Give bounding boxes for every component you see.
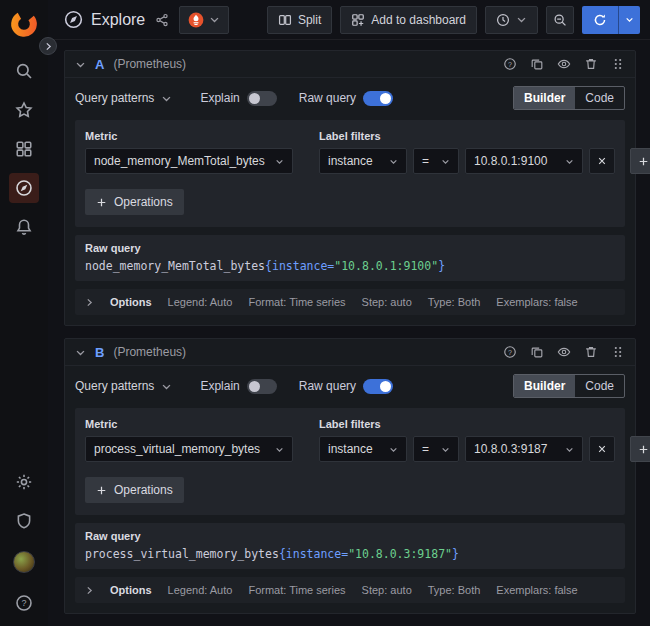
remove-filter-button[interactable] <box>589 148 615 174</box>
query-help-icon[interactable]: ? <box>503 345 517 359</box>
code-mode-button[interactable]: Code <box>575 87 624 109</box>
time-range-picker[interactable] <box>485 6 538 34</box>
filter-label-value: instance <box>328 154 373 168</box>
filter-label-select[interactable]: instance <box>319 436 407 462</box>
copy-query-icon[interactable] <box>530 57 544 71</box>
disable-query-eye-icon[interactable] <box>557 57 571 71</box>
raw-brace-close: } <box>452 547 459 561</box>
explain-toggle[interactable] <box>247 91 277 106</box>
builder-mode-button[interactable]: Builder <box>514 375 575 397</box>
run-query-interval-dropdown[interactable] <box>618 6 640 34</box>
query-patterns-dropdown[interactable]: Query patterns <box>75 379 178 393</box>
zoom-out-time-button[interactable] <box>546 6 574 34</box>
drag-handle-icon[interactable] <box>611 345 625 359</box>
sidebar-item-configuration[interactable] <box>15 473 33 491</box>
operations-label: Operations <box>114 483 173 497</box>
query-editor-a: A (Prometheus) ? <box>64 50 636 326</box>
raw-metric: process_virtual_memory_bytes <box>85 547 279 561</box>
filter-value-select[interactable]: 10.8.0.1:9100 <box>465 148 583 174</box>
query-ref-id[interactable]: B <box>95 345 104 360</box>
disable-query-eye-icon[interactable] <box>557 345 571 359</box>
drag-handle-icon[interactable] <box>611 57 625 71</box>
chevron-down-icon <box>441 445 450 454</box>
add-operation-button[interactable]: Operations <box>85 189 184 215</box>
sidebar-item-explore[interactable] <box>9 173 39 203</box>
sidebar-nav-top <box>9 62 39 236</box>
compass-icon <box>15 179 33 197</box>
query-options-row[interactable]: Options Legend: Auto Format: Time series… <box>75 289 625 315</box>
sidebar-item-starred[interactable] <box>15 101 33 119</box>
options-format: Format: Time series <box>248 296 345 308</box>
clock-icon <box>496 13 510 27</box>
user-avatar[interactable] <box>13 551 35 573</box>
filter-label-select[interactable]: instance <box>319 148 407 174</box>
raw-metric: node_memory_MemTotal_bytes <box>85 259 265 273</box>
metric-select[interactable]: node_memory_MemTotal_bytes <box>85 148 293 174</box>
delete-query-icon[interactable] <box>584 345 598 359</box>
shield-icon <box>15 512 33 530</box>
raw-value: "10.8.0.3:9187" <box>348 547 452 561</box>
raw-label: instance= <box>272 259 334 273</box>
chevron-right-icon <box>44 42 53 51</box>
raw-query-toggle[interactable] <box>363 379 393 394</box>
sidebar-item-admin[interactable] <box>15 512 33 530</box>
query-ref-id[interactable]: A <box>95 57 104 72</box>
sidebar-item-help[interactable]: ? <box>15 594 33 612</box>
filter-label-value: instance <box>328 442 373 456</box>
x-icon <box>597 444 607 454</box>
filter-operator-select[interactable]: = <box>413 148 459 174</box>
delete-query-icon[interactable] <box>584 57 598 71</box>
filter-value-select[interactable]: 10.8.0.3:9187 <box>465 436 583 462</box>
options-type: Type: Both <box>428 296 481 308</box>
zoom-out-icon <box>553 13 567 27</box>
sidebar-item-dashboards[interactable] <box>15 140 33 158</box>
remove-filter-button[interactable] <box>589 436 615 462</box>
explain-toggle[interactable] <box>247 379 277 394</box>
filter-operator-value: = <box>422 442 429 456</box>
add-filter-button[interactable] <box>630 436 650 462</box>
collapse-query-icon[interactable] <box>75 59 86 70</box>
svg-text:?: ? <box>21 598 26 608</box>
chevron-down-icon <box>441 157 450 166</box>
add-operation-button[interactable]: Operations <box>85 477 184 503</box>
operations-label: Operations <box>114 195 173 209</box>
toolbar-actions: Split Add to dashboard <box>267 6 640 34</box>
datasource-picker[interactable] <box>179 6 229 34</box>
chevron-right-icon <box>85 298 94 307</box>
copy-query-icon[interactable] <box>530 345 544 359</box>
run-query-button[interactable] <box>582 6 618 34</box>
query-help-icon[interactable]: ? <box>503 57 517 71</box>
grafana-logo[interactable] <box>10 10 38 38</box>
main-area: Explore <box>48 0 650 626</box>
explain-control: Explain <box>200 379 276 394</box>
raw-query-preview: Raw query node_memory_MemTotal_bytes{ins… <box>75 235 625 281</box>
collapse-query-icon[interactable] <box>75 347 86 358</box>
split-button[interactable]: Split <box>267 6 332 34</box>
query-header-actions: ? <box>503 345 625 359</box>
metric-select[interactable]: process_virtual_memory_bytes <box>85 436 293 462</box>
query-options-toolbar: Query patterns Explain Raw query Builder… <box>65 78 635 119</box>
editor-mode-switch: Builder Code <box>513 374 625 398</box>
filter-value: 10.8.0.3:9187 <box>474 442 547 456</box>
filter-operator-select[interactable]: = <box>413 436 459 462</box>
builder-fields: Metric node_memory_MemTotal_bytes Label … <box>85 130 615 174</box>
chevron-down-icon <box>565 157 574 166</box>
explore-toolbar: Explore <box>48 0 650 40</box>
star-icon <box>15 101 33 119</box>
raw-query-heading: Raw query <box>85 242 615 254</box>
query-options-row[interactable]: Options Legend: Auto Format: Time series… <box>75 577 625 603</box>
raw-query-toggle[interactable] <box>363 91 393 106</box>
share-icon[interactable] <box>155 13 169 27</box>
add-filter-button[interactable] <box>630 148 650 174</box>
sidebar-item-search[interactable] <box>15 62 33 80</box>
code-mode-button[interactable]: Code <box>575 375 624 397</box>
metric-label: Metric <box>85 418 293 430</box>
builder-mode-button[interactable]: Builder <box>514 87 575 109</box>
expand-sidebar-button[interactable] <box>39 37 57 55</box>
sidebar-item-alerting[interactable] <box>15 218 33 236</box>
raw-query-control: Raw query <box>299 91 393 106</box>
query-patterns-dropdown[interactable]: Query patterns <box>75 91 178 105</box>
sidebar: ? <box>0 0 48 626</box>
add-to-dashboard-button[interactable]: Add to dashboard <box>340 6 477 34</box>
options-legend: Legend: Auto <box>168 296 233 308</box>
